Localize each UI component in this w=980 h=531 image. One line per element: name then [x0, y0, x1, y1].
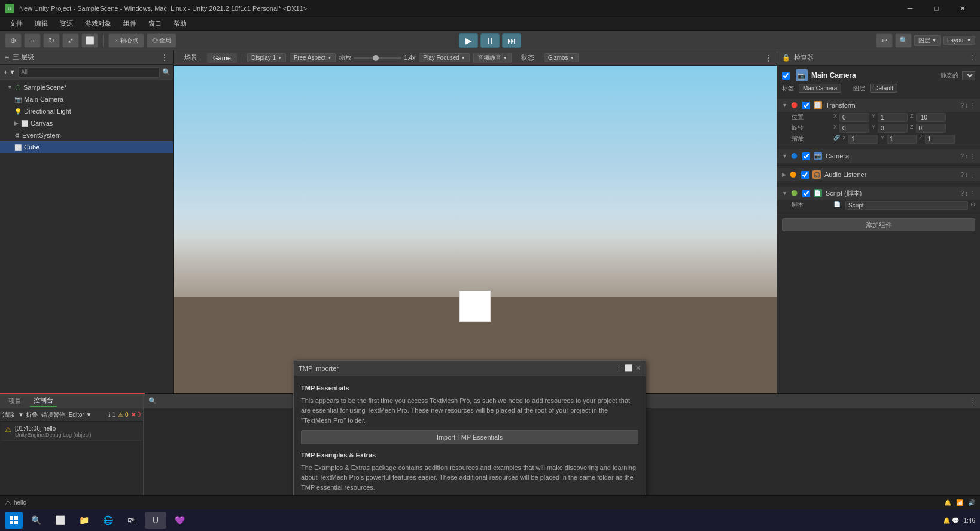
- menu-help[interactable]: 帮助: [169, 18, 191, 29]
- taskbar-vs[interactable]: 💜: [169, 512, 190, 529]
- rot-z[interactable]: 0: [916, 124, 946, 133]
- undo-button[interactable]: ↩: [876, 33, 893, 48]
- pos-x[interactable]: 0: [839, 113, 869, 122]
- add-component-button[interactable]: 添加组件: [782, 218, 975, 231]
- camera-menu-icon[interactable]: ⋮: [969, 153, 975, 160]
- tmp-dialog-options-icon[interactable]: ⋮: [616, 364, 622, 372]
- minimize-button[interactable]: ─: [897, 0, 923, 17]
- menu-window[interactable]: 窗口: [144, 18, 166, 29]
- audio-help-icon[interactable]: ?: [960, 172, 964, 178]
- state-btn[interactable]: 状态: [515, 52, 540, 63]
- hier-canvas[interactable]: ▶ ⬜ Canvas: [0, 117, 173, 129]
- hierarchy-add-btn[interactable]: ＋▼: [2, 68, 16, 77]
- aspect-dropdown[interactable]: Free Aspect: [290, 53, 336, 62]
- hier-main-camera[interactable]: 📷 Main Camera: [0, 93, 173, 105]
- tool-move[interactable]: ⊕: [5, 33, 22, 48]
- object-static-dropdown[interactable]: [962, 71, 975, 80]
- close-button[interactable]: ✕: [950, 0, 975, 17]
- audio-btn[interactable]: 音频静音: [473, 53, 512, 63]
- menu-assets[interactable]: 资源: [55, 18, 78, 29]
- layers-dropdown[interactable]: 图层: [914, 35, 941, 46]
- game-view-menu[interactable]: ⋮: [765, 54, 772, 62]
- transform-help-icon[interactable]: ?: [960, 102, 964, 109]
- tool-rect[interactable]: ⬜: [81, 33, 98, 48]
- import-essentials-button[interactable]: Import TMP Essentials: [301, 430, 638, 444]
- taskbar-edge[interactable]: 🌐: [97, 512, 118, 529]
- rot-y[interactable]: 0: [878, 124, 908, 133]
- menu-component[interactable]: 组件: [118, 18, 141, 29]
- audio-enable[interactable]: [801, 171, 809, 179]
- taskbar-search[interactable]: 🔍: [25, 512, 47, 529]
- hierarchy-search[interactable]: [18, 67, 160, 78]
- inspector-menu-btn[interactable]: ⋮: [969, 54, 975, 62]
- taskbar-icon2[interactable]: 📶: [956, 499, 963, 506]
- script-help-icon[interactable]: ?: [960, 190, 964, 197]
- pause-button[interactable]: ⏸: [480, 33, 500, 48]
- maximize-button[interactable]: □: [924, 0, 949, 17]
- play-button[interactable]: ▶: [459, 33, 478, 48]
- script-header[interactable]: ▼ 🟢 📄 Script (脚本) ? ↕ ⋮: [777, 187, 980, 200]
- camera-move-icon[interactable]: ↕: [965, 153, 968, 160]
- console-editor-dropdown[interactable]: Editor ▼: [69, 411, 92, 418]
- menu-edit[interactable]: 编辑: [30, 18, 53, 29]
- audio-menu-icon[interactable]: ⋮: [969, 172, 975, 178]
- script-select-icon[interactable]: ⊙: [970, 201, 975, 210]
- taskbar-unity[interactable]: U: [145, 512, 166, 529]
- console-collapse-btn[interactable]: ▼ 折叠: [18, 411, 38, 419]
- hier-cube[interactable]: ⬜ Cube: [0, 141, 173, 153]
- tool-rotate[interactable]: ↻: [43, 33, 60, 48]
- menu-file[interactable]: 文件: [5, 18, 28, 29]
- inspector-lock-icon[interactable]: 🔒: [782, 54, 790, 62]
- script-move-icon[interactable]: ↕: [965, 190, 968, 197]
- transform-menu-icon[interactable]: ⋮: [969, 102, 975, 109]
- inspector-active-checkbox[interactable]: [782, 72, 790, 80]
- console-clear-btn[interactable]: 清除: [2, 411, 14, 419]
- project-search-icon[interactable]: 🔍: [148, 397, 157, 405]
- project-menu-btn[interactable]: ⋮: [969, 397, 975, 405]
- tmp-dialog-close-btn[interactable]: ✕: [635, 364, 641, 372]
- pos-y[interactable]: 1: [878, 113, 908, 122]
- rot-x[interactable]: 0: [839, 124, 869, 133]
- console-pause-on-error-btn[interactable]: 错误暂停: [41, 411, 65, 419]
- transform-enable[interactable]: [802, 102, 810, 109]
- layout-dropdown[interactable]: Layout: [943, 36, 975, 45]
- search-button[interactable]: 🔍: [895, 33, 912, 48]
- scale-slider[interactable]: [354, 57, 401, 59]
- script-menu-icon[interactable]: ⋮: [969, 190, 975, 197]
- scale-y[interactable]: 1: [887, 135, 917, 144]
- project-tab[interactable]: 项目: [5, 395, 25, 407]
- game-tab[interactable]: Game: [207, 53, 237, 63]
- pos-z[interactable]: -10: [916, 113, 946, 122]
- tool-translate[interactable]: ↔: [24, 33, 41, 48]
- hier-eventsystem[interactable]: ⚙ EventSystem: [0, 129, 173, 141]
- taskbar-icon3[interactable]: 🔊: [968, 499, 975, 506]
- taskbar-icon1[interactable]: 🔔: [944, 499, 951, 506]
- transform-move-icon[interactable]: ↕: [965, 102, 968, 109]
- camera-help-icon[interactable]: ?: [960, 153, 964, 160]
- tool-global[interactable]: ◎ 全局: [147, 33, 176, 48]
- hier-directional-light[interactable]: 💡 Directional Light: [0, 105, 173, 117]
- script-enable[interactable]: [802, 190, 810, 197]
- transform-header[interactable]: ▼ 🔴 ⬜ Transform ? ↕ ⋮: [777, 99, 980, 112]
- tool-scale[interactable]: ⤢: [62, 33, 79, 48]
- taskbar-store[interactable]: 🛍: [121, 512, 142, 529]
- menu-gameobject[interactable]: 游戏对象: [80, 18, 116, 29]
- tool-pivot[interactable]: ⊙ 轴心点: [108, 33, 144, 48]
- scene-root[interactable]: ▼ ⬡ SampleScene*: [0, 81, 173, 93]
- tmp-dialog-popout-icon[interactable]: ⬜: [625, 364, 633, 372]
- step-button[interactable]: ⏭: [502, 33, 521, 48]
- audio-listener-header[interactable]: ▶ 🟠 🎧 Audio Listener ? ↕ ⋮: [777, 168, 980, 181]
- scale-z[interactable]: 1: [925, 135, 955, 144]
- layer-dropdown[interactable]: Default: [870, 84, 897, 93]
- camera-enable[interactable]: [802, 152, 810, 160]
- hierarchy-menu-btn[interactable]: ⋮: [161, 53, 168, 62]
- play-focused-dropdown[interactable]: Play Focused: [419, 53, 470, 62]
- hierarchy-search-icon[interactable]: 🔍: [162, 68, 171, 76]
- scene-tab[interactable]: 场景: [178, 52, 203, 63]
- console-tab[interactable]: 控制台: [30, 395, 57, 407]
- start-button[interactable]: [5, 512, 23, 529]
- taskbar-explorer[interactable]: 📁: [73, 512, 95, 529]
- gizmos-dropdown[interactable]: Gizmos: [544, 53, 579, 62]
- audio-move-icon[interactable]: ↕: [965, 172, 968, 178]
- display-dropdown[interactable]: Display 1: [247, 53, 286, 62]
